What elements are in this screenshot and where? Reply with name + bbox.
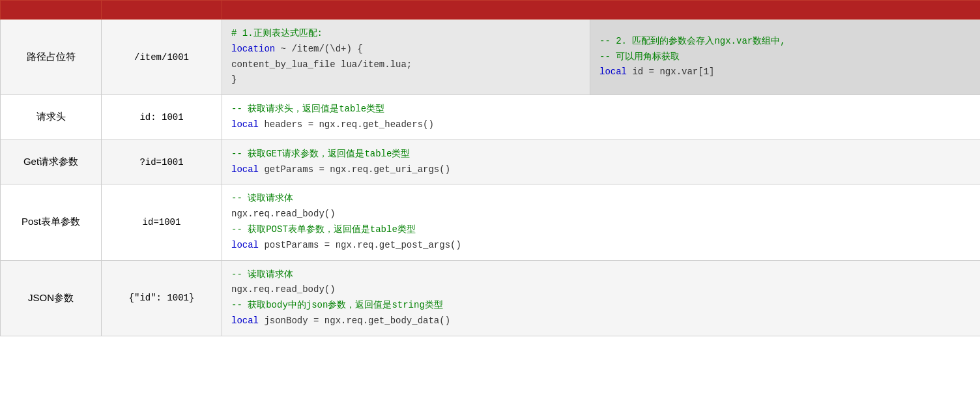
param-example: ?id=1001 [102, 139, 222, 184]
param-type: 请求头 [1, 95, 102, 140]
param-type: JSON参数 [1, 260, 102, 336]
param-example: id: 1001 [102, 95, 222, 140]
param-example: id=1001 [102, 184, 222, 260]
param-type: Get请求参数 [1, 139, 102, 184]
code-block: -- 读取请求体ngx.req.read_body()-- 获取body中的js… [222, 260, 981, 336]
param-type: Post表单参数 [1, 184, 102, 260]
code-block: -- 读取请求体ngx.req.read_body()-- 获取POST表单参数… [222, 184, 981, 260]
header-param-format [1, 1, 102, 20]
code-left: # 1.正则表达式匹配:location ~ /item/(\d+) { con… [222, 20, 590, 95]
code-block: -- 获取GET请求参数，返回值是table类型local getParams … [222, 139, 981, 184]
param-example: /item/1001 [102, 20, 222, 95]
header-param-example [102, 1, 222, 20]
code-block: -- 获取请求头，返回值是table类型local headers = ngx.… [222, 95, 981, 140]
param-type: 路径占位符 [1, 20, 102, 95]
param-example: {"id": 1001} [102, 260, 222, 336]
code-right: -- 2. 匹配到的参数会存入ngx.var数组中,-- 可以用角标获取loca… [590, 20, 981, 95]
header-param-code [222, 1, 981, 20]
